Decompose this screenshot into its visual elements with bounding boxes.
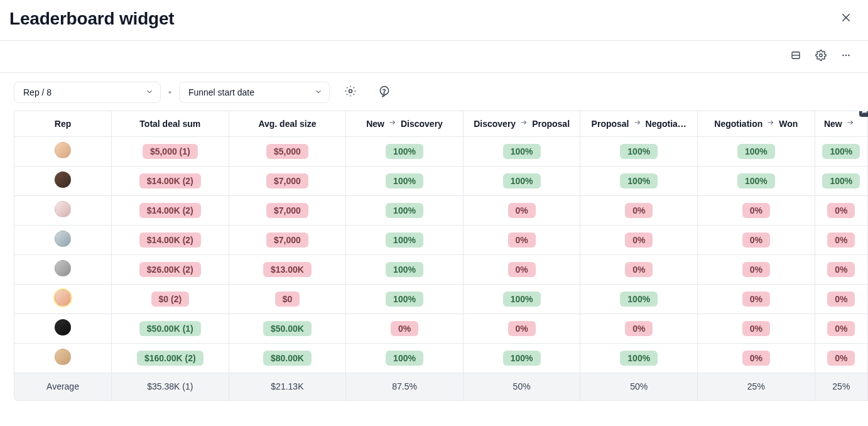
avatar: [55, 172, 71, 188]
settings-button[interactable]: [811, 47, 830, 66]
avatar: [55, 201, 71, 217]
stage-1: 100%: [346, 136, 464, 166]
avg-deal-size: $0: [229, 284, 346, 314]
close-button[interactable]: [837, 9, 855, 28]
layout-toggle-button[interactable]: [786, 47, 805, 66]
stage-2: 0%: [463, 314, 580, 343]
total-deal-sum: $5,000 (1): [112, 136, 229, 166]
rep-cell[interactable]: [14, 136, 112, 166]
stage-5-pill: 0%: [827, 292, 855, 307]
avg-deal-size: $50.00K: [229, 314, 346, 343]
footer-stage-4: 25%: [698, 373, 815, 400]
svg-point-5: [842, 55, 844, 56]
more-menu-button[interactable]: [837, 47, 855, 66]
total-deal-sum: $160.00K (2): [112, 343, 229, 373]
rep-cell[interactable]: [14, 284, 112, 314]
stage-5: 100%: [815, 136, 867, 166]
footer-avg: $21.13K: [229, 373, 346, 400]
stage-4-pill: 0%: [742, 262, 770, 277]
rep-cell[interactable]: [14, 225, 112, 254]
table-row: $14.00K (2)$7,000100%0%0%0%0%: [14, 225, 868, 254]
stage-1: 100%: [346, 195, 464, 225]
stage-5: 100%: [815, 166, 867, 195]
arrow-right-icon: [766, 118, 775, 129]
edge-feedback-tag[interactable]: [859, 111, 868, 117]
stage-2-pill: 0%: [508, 232, 536, 248]
stage-1: 100%: [346, 225, 464, 254]
column-header-total[interactable]: Total deal sum: [112, 111, 229, 136]
stage-4: 100%: [698, 166, 815, 195]
stage-4-pill: 0%: [742, 321, 770, 336]
column-header-s1[interactable]: NewDiscovery: [346, 111, 464, 136]
avg-deal-size-pill: $7,000: [266, 173, 308, 188]
stage-4: 0%: [698, 284, 815, 314]
rep-cell[interactable]: [14, 166, 112, 195]
stage-2: 100%: [463, 136, 580, 166]
column-header-s4[interactable]: NegotiationWon: [698, 111, 815, 136]
stage-1: 100%: [346, 343, 464, 373]
stage-3-pill: 0%: [625, 321, 653, 336]
avatar: [55, 290, 71, 306]
column-header-s3[interactable]: ProposalNegotia…: [580, 111, 698, 136]
stage-3-pill: 100%: [620, 173, 658, 188]
rep-select[interactable]: Rep / 8: [14, 82, 161, 103]
cog-icon: [344, 85, 357, 100]
stage-3: 0%: [580, 225, 698, 254]
stage-5-pill: 0%: [827, 321, 855, 336]
avatar: [55, 231, 71, 247]
close-icon: [840, 12, 852, 26]
stage-4: 0%: [698, 343, 815, 373]
stage-4-pill: 0%: [742, 292, 770, 307]
stage-4-pill: 100%: [737, 173, 775, 188]
stage-2-pill: 100%: [503, 292, 541, 307]
stage-5-pill: 0%: [827, 351, 855, 366]
feedback-button[interactable]: [375, 83, 394, 102]
table-body: $5,000 (1)$5,000100%100%100%100%100%$14.…: [14, 136, 868, 373]
rep-cell[interactable]: [14, 343, 112, 373]
avatar: [55, 260, 71, 276]
stage-5: 0%: [815, 254, 867, 284]
stage-3: 100%: [580, 166, 698, 195]
total-deal-sum-pill: $0 (2): [151, 292, 190, 307]
stage-5: 0%: [815, 284, 867, 314]
arrow-right-icon: [519, 118, 528, 129]
avg-deal-size-pill: $80.00K: [263, 351, 312, 366]
avg-deal-size: $13.00K: [229, 254, 346, 284]
footer-stage-1: 87.5%: [346, 373, 464, 400]
stage-2: 0%: [463, 225, 580, 254]
total-deal-sum: $14.00K (2): [112, 225, 229, 254]
stage-3-pill: 100%: [620, 351, 658, 366]
table-row: $14.00K (2)$7,000100%100%100%100%100%: [14, 166, 868, 195]
rep-cell[interactable]: [14, 254, 112, 284]
stage-5-pill: 100%: [822, 144, 860, 159]
date-select[interactable]: Funnel start date: [179, 82, 330, 103]
column-header-rep[interactable]: Rep: [14, 111, 112, 136]
stage-3: 0%: [580, 254, 698, 284]
chevron-down-icon: [145, 87, 154, 98]
footer-stage-5: 25%: [815, 373, 867, 400]
configure-button[interactable]: [341, 83, 360, 102]
table-row: $5,000 (1)$5,000100%100%100%100%100%: [14, 136, 868, 166]
stage-4-pill: 0%: [742, 351, 770, 366]
page-title: Leaderboard widget: [9, 9, 174, 29]
stage-1-pill: 100%: [386, 351, 423, 366]
column-header-s2[interactable]: DiscoveryProposal: [463, 111, 580, 136]
column-header-avg[interactable]: Avg. deal size: [229, 111, 346, 136]
arrow-right-icon: [633, 118, 642, 129]
stage-3: 100%: [580, 343, 698, 373]
stage-2-pill: 100%: [503, 351, 541, 366]
total-deal-sum: $14.00K (2): [112, 166, 229, 195]
total-deal-sum-pill: $50.00K (1): [139, 321, 201, 336]
total-deal-sum: $26.00K (2): [112, 254, 229, 284]
rep-cell[interactable]: [14, 314, 112, 343]
total-deal-sum-pill: $26.00K (2): [139, 262, 201, 277]
avg-deal-size-pill: $7,000: [266, 232, 308, 248]
avg-deal-size-pill: $7,000: [266, 203, 308, 218]
table-footer: Average$35.38K (1)$21.13K87.5%50%50%25%2…: [14, 373, 868, 400]
rep-cell[interactable]: [14, 195, 112, 225]
total-deal-sum-pill: $5,000 (1): [143, 144, 198, 159]
stage-1-pill: 100%: [386, 144, 423, 159]
stage-4-pill: 0%: [742, 203, 770, 218]
leaderboard-table-wrap: RepTotal deal sumAvg. deal sizeNewDiscov…: [14, 111, 868, 401]
stage-3-pill: 0%: [625, 232, 653, 248]
